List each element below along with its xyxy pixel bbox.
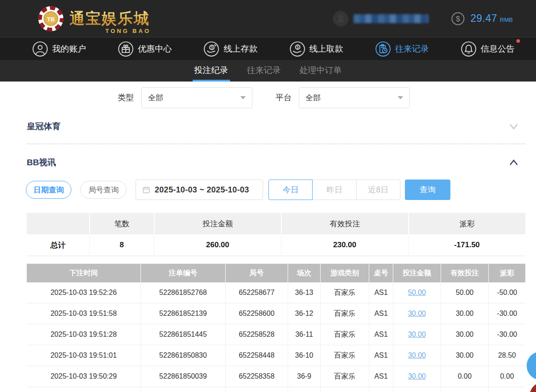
table-cell [488,387,525,392]
floating-service-button[interactable] [527,351,536,380]
summary-header-cell: 派彩 [408,213,525,234]
balance[interactable]: $ 29.47 RMB [451,12,513,26]
table-header-cell: 派彩 [488,264,525,282]
nav-item-label: 信息公告 [481,43,515,55]
last8days-button[interactable]: 近8日 [356,180,400,200]
table-cell: 652258600 [225,303,288,324]
nav-item-2[interactable]: 优惠中心 [118,41,172,57]
platform-filter-value: 全部 [305,93,321,103]
nav-item-4[interactable]: $线上取款 [289,41,343,57]
nav-item-5[interactable]: 往来记录 [375,41,429,57]
nav-item-6[interactable]: 信息公告 [461,41,515,57]
table-header-cell: 下注时间 [27,264,140,282]
date-range-input[interactable]: 2025-10-03 ~ 2025-10-03 [136,180,263,200]
user-icon [32,41,48,57]
table-header-cell: 游戏类别 [320,264,369,282]
table-cell [369,387,393,392]
bet-amount-link[interactable]: 30.00 [408,331,426,339]
summary-header-cell: 笔数 [89,213,154,234]
deposit-icon: $ [203,41,219,57]
table-cell: AS1 [369,345,393,366]
quick-date-group: 今日 昨日 近8日 [268,180,401,200]
table-cell: 652258528 [225,324,288,345]
yesterday-button[interactable]: 昨日 [312,180,356,200]
table-row-partial [27,387,525,392]
summary-header-row: 笔数投注金额有效投注派彩 [27,213,525,234]
table-cell: 30.00 [393,303,441,324]
tab-3[interactable]: 处理中订单 [299,60,343,82]
avatar [333,11,348,26]
table-cell: -50.00 [488,282,525,303]
caret-down-icon [398,96,403,99]
table-cell: 36-10 [288,345,320,366]
logo-subtitle: TONG BAO [105,28,151,34]
table-cell: -30.00 [488,324,525,345]
round-query-button[interactable]: 局号查询 [80,181,127,199]
table-cell: AS1 [369,282,393,303]
today-button[interactable]: 今日 [268,180,313,200]
user-account[interactable] [333,11,429,26]
summary-payout: -171.50 [408,234,525,256]
table-cell: AS1 [369,303,393,324]
section-title: 皇冠体育 [27,117,525,136]
table-cell: 百家乐 [320,345,369,366]
svg-text:$: $ [211,45,213,49]
section-crown-sports[interactable]: 皇冠体育 [27,117,525,136]
poker-chip-icon: TB [37,5,64,32]
table-cell: 36-9 [288,366,320,387]
table-cell [27,387,140,392]
table-row: 2025-10-03 19:52:26522861852768652258677… [27,282,525,303]
platform-filter-select[interactable]: 全部 [299,87,410,108]
table-cell: 522861850039 [140,366,225,387]
filter-row: 类型 全部 平台 全部 [0,87,536,109]
table-cell: 30.00 [393,345,441,366]
tab-2[interactable]: 往来记录 [246,60,282,82]
section-title: BB视讯 [27,153,525,172]
table-cell [320,387,369,392]
date-query-button[interactable]: 日期查询 [26,181,71,199]
summary-header-cell: 投注金额 [154,213,281,234]
table-cell: 522861852139 [140,303,225,324]
bet-amount-link[interactable]: 30.00 [408,310,426,318]
tab-1[interactable]: 投注纪录 [194,60,229,82]
bet-amount-link[interactable]: 30.00 [408,351,426,359]
chevron-down-icon [508,121,519,132]
section-bb-video[interactable]: BB视讯 [27,153,525,172]
table-cell: 30.00 [441,324,488,345]
betting-records-page: TB 通宝娱乐城 TONG BAO $ 29. [0,0,536,392]
bet-amount-link[interactable]: 50.00 [408,289,426,297]
sub-tabs: 投注纪录往来记录处理中订单 [0,60,536,82]
table-cell [441,387,488,392]
type-filter-value: 全部 [148,93,163,103]
balance-amount: 29.47 [470,12,497,24]
records-table: 下注时间注单编号局号场次游戏类别桌号投注金额有效投注派彩2025-10-03 1… [27,264,525,392]
table-header-cell: 有效投注 [441,264,488,282]
logo-title: 通宝娱乐城 [70,8,150,29]
gift-icon [118,41,134,57]
table-header-cell: 投注金额 [393,264,441,282]
summary-count: 8 [89,234,154,256]
svg-text:$: $ [297,45,299,49]
table-header-cell: 注单编号 [140,264,225,282]
divider [27,143,525,144]
site-logo[interactable]: TB 通宝娱乐城 TONG BAO [37,5,150,32]
bet-amount-link[interactable]: 30.00 [408,372,426,380]
table-cell: 2025-10-03 19:51:58 [27,303,140,324]
table-cell: 652258448 [225,345,288,366]
nav-item-label: 线上存款 [223,43,257,55]
table-cell: 0.00 [488,366,525,387]
table-header-row: 下注时间注单编号局号场次游戏类别桌号投注金额有效投注派彩 [27,264,525,282]
type-filter-select[interactable]: 全部 [141,87,252,108]
table-row: 2025-10-03 19:50:29522861850039652258358… [27,366,525,387]
summary-bet-amount: 260.00 [154,234,281,256]
nav-item-1[interactable]: 我的账户 [32,41,86,57]
nav-item-label: 我的账户 [52,43,86,55]
floating-app-button[interactable]: b [529,381,536,392]
table-cell: 30.00 [393,324,441,345]
svg-text:$: $ [456,15,460,23]
calendar-icon [142,186,150,194]
table-cell: 522861850830 [140,345,225,366]
search-button[interactable]: 查询 [405,180,450,200]
nav-item-3[interactable]: $线上存款 [203,41,257,57]
table-cell: 2025-10-03 19:50:29 [27,366,140,387]
